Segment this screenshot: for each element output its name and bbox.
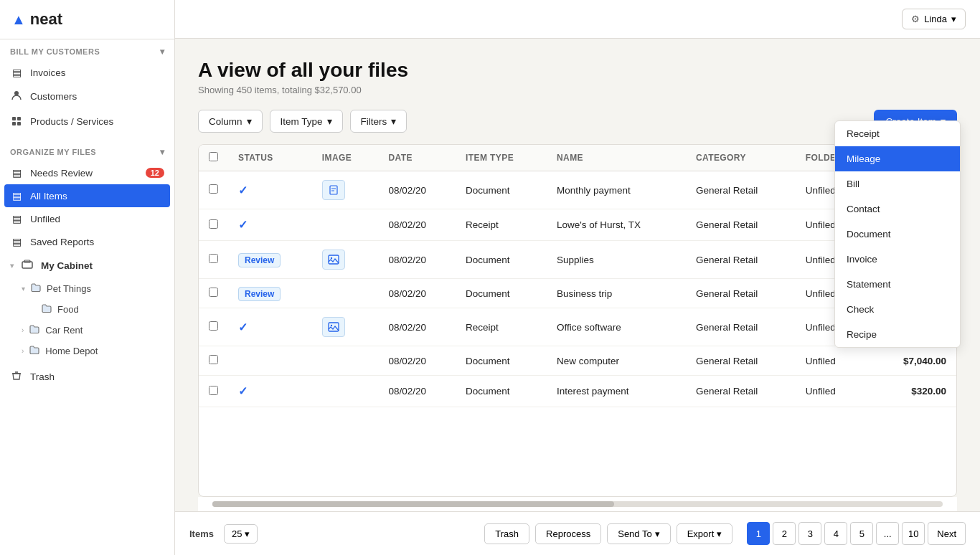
row-checkbox[interactable]: [209, 184, 218, 194]
dropdown-item-statement[interactable]: Statement: [835, 272, 960, 297]
page-btn-3[interactable]: 3: [798, 522, 821, 545]
svg-point-11: [331, 257, 332, 259]
category-cell: General Retail: [686, 376, 796, 407]
item-type-cell: Document: [456, 241, 547, 279]
saved-reports-icon: ▤: [10, 236, 23, 247]
folder-icon-food: [42, 303, 52, 316]
image-cell: [312, 308, 379, 346]
dropdown-item-document[interactable]: Document: [835, 222, 960, 247]
sidebar-item-home-depot[interactable]: › Home Depot: [11, 341, 174, 361]
page-btn-5[interactable]: 5: [850, 522, 873, 545]
filters-button[interactable]: Filters ▾: [350, 110, 407, 133]
logo-area: ▲ neat: [0, 0, 174, 39]
image-cell: [312, 346, 379, 376]
row-checkbox[interactable]: [209, 386, 218, 395]
export-chevron-icon: ▾: [717, 528, 722, 539]
svg-point-13: [331, 325, 332, 326]
table-row: ✓08/02/20DocumentInterest paymentGeneral…: [199, 376, 956, 407]
table-row: 08/02/20DocumentNew computerGeneral Reta…: [199, 346, 956, 376]
svg-rect-12: [329, 323, 339, 331]
dropdown-item-invoice[interactable]: Invoice: [835, 247, 960, 272]
page-btn-10[interactable]: 10: [902, 522, 925, 545]
sidebar-item-car-rent[interactable]: › Car Rent: [11, 320, 174, 341]
item-type-col-header: ITEM TYPE: [456, 145, 547, 171]
sidebar-item-needs-review[interactable]: ▤ Needs Review 12: [0, 161, 174, 184]
item-type-cell: Document: [456, 279, 547, 308]
folder-icon-car: [29, 324, 39, 336]
page-title: A view of all your files: [198, 59, 957, 82]
reprocess-button[interactable]: Reprocess: [535, 523, 601, 544]
sidebar-item-trash[interactable]: Trash: [0, 364, 174, 389]
svg-rect-1: [12, 117, 16, 120]
next-button[interactable]: Next: [928, 522, 966, 545]
sidebar-item-food[interactable]: Food: [32, 299, 174, 320]
sidebar-item-invoices[interactable]: ▤ Invoices: [0, 61, 174, 84]
amount-cell: $7,040.00: [872, 346, 956, 376]
bill-section-header[interactable]: BILL MY CUSTOMERS ▾: [0, 39, 174, 61]
column-button[interactable]: Column ▾: [198, 110, 263, 133]
trash-button[interactable]: Trash: [484, 523, 529, 544]
row-checkbox[interactable]: [209, 219, 218, 229]
row-checkbox[interactable]: [209, 254, 218, 263]
send-to-button[interactable]: Send To ▾: [607, 523, 670, 544]
home-depot-chevron: ›: [22, 347, 24, 355]
category-cell: General Retail: [686, 171, 796, 209]
user-menu-button[interactable]: ⚙ Linda ▾: [902, 9, 966, 29]
status-cell: Review: [228, 279, 312, 308]
footer: Items 25 ▾ Trash Reprocess Send To ▾ Exp…: [175, 511, 980, 555]
logo-icon: ▲: [11, 11, 26, 28]
page-btn-1[interactable]: 1: [747, 522, 770, 545]
status-check-icon: ✓: [238, 219, 248, 231]
dropdown-item-receipt[interactable]: Receipt: [835, 121, 960, 146]
status-check-icon: ✓: [238, 184, 248, 196]
pet-things-chevron: ▾: [22, 285, 25, 293]
dropdown-item-recipe[interactable]: Recipe: [835, 322, 960, 347]
column-chevron-icon: ▾: [247, 115, 252, 127]
status-cell: ✓: [228, 171, 312, 209]
export-button[interactable]: Export ▾: [677, 523, 733, 544]
row-checkbox[interactable]: [209, 321, 218, 331]
folder-cell: Unfiled: [796, 346, 872, 376]
folder-cell: Unfiled: [796, 376, 872, 407]
select-all-checkbox[interactable]: [209, 152, 218, 161]
image-cell: [312, 376, 379, 407]
organize-section-header[interactable]: ORGANIZE MY FILES ▾: [0, 140, 174, 161]
dropdown-item-contact[interactable]: Contact: [835, 196, 960, 222]
item-type-dropdown: ReceiptMileageBillContactDocumentInvoice…: [834, 120, 961, 348]
sidebar-item-unfiled[interactable]: ▤ Unfiled: [0, 207, 174, 230]
svg-rect-4: [17, 122, 21, 125]
unfiled-icon: ▤: [10, 213, 23, 224]
send-to-chevron-icon: ▾: [655, 528, 660, 539]
trash-icon: [10, 370, 23, 384]
sidebar-item-my-cabinet[interactable]: ▾ My Cabinet: [0, 253, 174, 278]
per-page-select[interactable]: 25 ▾: [224, 524, 258, 544]
page-btn-4[interactable]: 4: [824, 522, 847, 545]
sidebar-item-saved-reports[interactable]: ▤ Saved Reports: [0, 230, 174, 253]
pagination: 1 2 3 4 5 ... 10 Next: [747, 522, 966, 545]
dropdown-item-mileage[interactable]: Mileage: [835, 146, 960, 171]
image-thumbnail[interactable]: [322, 317, 345, 337]
horizontal-scrollbar[interactable]: [212, 501, 943, 507]
dropdown-item-bill[interactable]: Bill: [835, 171, 960, 196]
status-check-icon: ✓: [238, 385, 248, 397]
dropdown-item-check[interactable]: Check: [835, 297, 960, 322]
row-checkbox[interactable]: [209, 288, 218, 297]
status-col-header: STATUS: [228, 145, 312, 171]
sidebar-item-products-services[interactable]: Products / Services: [0, 109, 174, 134]
customers-icon: [10, 90, 23, 103]
page-btn-2[interactable]: 2: [773, 522, 796, 545]
row-checkbox[interactable]: [209, 355, 218, 364]
sidebar-item-customers[interactable]: Customers: [0, 84, 174, 109]
item-type-cell: Receipt: [456, 209, 547, 241]
item-type-button[interactable]: Item Type ▾: [270, 110, 343, 133]
logo: ▲ neat: [11, 10, 62, 29]
sidebar-item-all-items[interactable]: ▤ All Items: [4, 184, 170, 207]
category-cell: General Retail: [686, 241, 796, 279]
sidebar-item-pet-things[interactable]: ▾ Pet Things: [11, 278, 174, 299]
image-thumbnail[interactable]: [322, 250, 345, 270]
scrollbar-thumb[interactable]: [212, 501, 614, 507]
date-cell: 08/02/20: [378, 279, 456, 308]
status-cell: [228, 346, 312, 376]
image-cell: [312, 209, 379, 241]
category-cell: General Retail: [686, 279, 796, 308]
